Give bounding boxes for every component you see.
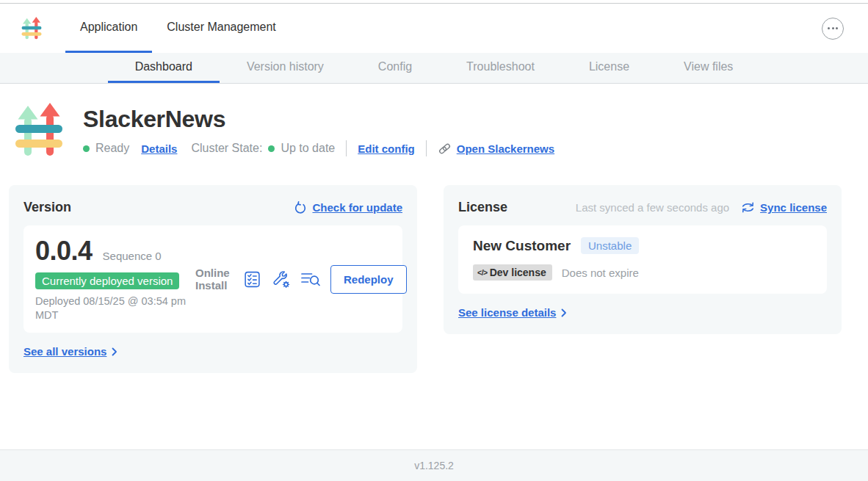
license-details-box: New Customer Unstable </> Dev license Do… [458,225,827,294]
chevron-right-icon [561,308,567,317]
version-number: 0.0.4 [35,236,93,267]
page-title: SlackerNews [83,106,554,133]
chain-link-icon [438,142,452,156]
version-card-header: Version Check for update [23,200,402,215]
cluster-state-text: Up to date [281,142,335,155]
divider [426,140,427,156]
edit-config-button[interactable] [271,270,291,289]
app-status-text: Ready [95,142,129,155]
sync-arrows-icon [741,202,755,213]
tab-version-history[interactable]: Version history [220,53,351,83]
deployed-status-badge: Currently deployed version [35,272,179,289]
redeploy-button[interactable]: Redeploy [330,265,407,294]
main-nav: Application Cluster Management [0,4,868,53]
checklist-icon [243,270,261,289]
open-app-link[interactable]: Open Slackernews [438,142,554,156]
lines-magnifier-icon [300,270,321,288]
license-expiration: Does not expire [562,267,639,279]
dashboard-cards: Version Check for update [9,185,842,373]
version-info: 0.0.4 Sequence 0 Currently deployed vers… [35,236,195,322]
app-logo-large-icon [15,103,63,159]
tab-cluster-management[interactable]: Cluster Management [152,4,291,53]
current-version-box: 0.0.4 Sequence 0 Currently deployed vers… [23,225,402,333]
license-type-badge: </> Dev license [473,264,552,281]
tab-license[interactable]: License [562,53,657,83]
tab-application[interactable]: Application [65,4,152,53]
main-nav-tabs: Application Cluster Management [65,4,291,53]
cluster-state-dot [268,145,275,152]
customer-name: New Customer [473,238,571,254]
divider [346,140,347,156]
check-for-update-link[interactable]: Check for update [294,201,402,214]
version-actions: Online Install [195,265,408,294]
sequence-label: Sequence 0 [103,250,162,262]
ellipsis-icon [828,27,830,29]
see-license-details-link[interactable]: See license details [458,306,567,319]
overflow-menu-button[interactable] [822,18,844,40]
license-card-header: License Last synced a few seconds ago [458,200,827,215]
app-status-dot [83,145,90,152]
tab-view-files[interactable]: View files [657,53,760,83]
app-header: SlackerNews Ready Details Cluster State:… [15,103,868,159]
version-card: Version Check for update [9,185,417,373]
tab-dashboard[interactable]: Dashboard [108,53,220,83]
preflight-checks-button[interactable] [243,270,261,289]
app-sub-nav: Dashboard Version history Config Trouble… [0,53,868,84]
tab-config[interactable]: Config [351,53,439,83]
last-synced-text: Last synced a few seconds ago [576,201,729,214]
refresh-icon [294,201,307,214]
channel-badge: Unstable [581,237,639,254]
app-logo-icon [21,17,42,40]
tab-troubleshoot[interactable]: Troubleshoot [439,53,562,83]
sync-license-link[interactable]: Sync license [741,201,827,214]
code-icon: </> [477,268,488,277]
license-card: License Last synced a few seconds ago [444,185,842,334]
license-card-title: License [458,200,507,215]
cluster-state-label: Cluster State: [191,142,262,155]
edit-config-link[interactable]: Edit config [358,142,415,155]
details-link[interactable]: Details [141,142,177,155]
app-status-row: Ready Details Cluster State: Up to date … [83,140,554,156]
see-all-versions-link[interactable]: See all versions [23,345,117,358]
install-type-label: Online Install [195,267,234,292]
main-content: SlackerNews Ready Details Cluster State:… [0,84,868,449]
brand [0,4,42,53]
console-version: v1.125.2 [414,460,454,471]
deployed-timestamp: Deployed 08/15/25 @ 03:54 pm MDT [35,294,186,322]
chevron-right-icon [112,347,117,356]
console-footer: v1.125.2 [0,449,868,481]
version-card-title: Version [23,200,71,215]
wrench-gear-icon [271,270,291,289]
view-diff-button[interactable] [300,270,321,288]
